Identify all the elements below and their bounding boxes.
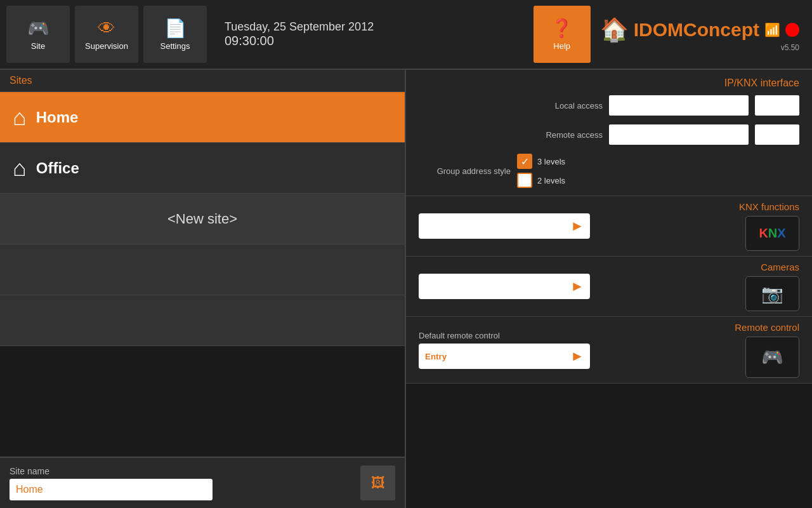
local-address-input[interactable] bbox=[609, 95, 749, 116]
settings-label: Settings bbox=[160, 41, 190, 51]
cameras-section: ► Cameras 📷 bbox=[406, 257, 812, 317]
site-name-new: <New site> bbox=[167, 211, 237, 227]
remote-title: Remote control bbox=[735, 322, 799, 333]
local-access-label: Local access bbox=[539, 101, 603, 110]
site-button[interactable]: 🎮 Site bbox=[6, 6, 70, 63]
knx-section: ► KNX functions K N X bbox=[406, 196, 812, 257]
site-item-new[interactable]: <New site> bbox=[0, 194, 405, 244]
sites-header: Sites bbox=[0, 70, 405, 92]
datetime-display: Tuesday, 25 September 2012 09:30:00 bbox=[212, 20, 534, 48]
local-port-input[interactable] bbox=[755, 95, 799, 116]
site-item-office[interactable]: ⌂ Office bbox=[0, 143, 405, 194]
version-label: v5.50 bbox=[781, 43, 799, 52]
knx-input-row: ► bbox=[419, 213, 730, 239]
camera-icon: 📷 bbox=[761, 283, 783, 304]
remote-access-row: Remote access bbox=[539, 124, 799, 145]
cameras-arrow-button[interactable]: ► bbox=[565, 274, 590, 299]
brand-idom: IDOM bbox=[634, 19, 683, 40]
remote-access-label: Remote access bbox=[539, 130, 603, 140]
site-logo-button[interactable]: 🖼 bbox=[360, 465, 395, 500]
home-icon: ⌂ bbox=[13, 104, 27, 131]
site-name-office: Office bbox=[36, 159, 79, 177]
brand-name: IDOMConcept bbox=[634, 19, 759, 41]
site-item-empty-1 bbox=[0, 244, 405, 295]
site-name-input[interactable] bbox=[10, 479, 213, 500]
site-item-home[interactable]: ⌂ Home bbox=[0, 92, 405, 143]
knx-n: N bbox=[768, 226, 777, 241]
cameras-input-area: ► bbox=[419, 274, 736, 299]
right-panel: IP/KNX interface Local access Remote acc… bbox=[406, 70, 812, 508]
cameras-title: Cameras bbox=[761, 262, 799, 272]
two-levels-checkbox[interactable] bbox=[517, 173, 532, 188]
cameras-right: Cameras 📷 bbox=[745, 262, 799, 311]
sites-list: ⌂ Home ⌂ Office <New site> bbox=[0, 92, 405, 457]
supervision-icon: 👁 bbox=[98, 18, 115, 39]
knx-arrow-button[interactable]: ► bbox=[565, 213, 590, 239]
remote-input-row: ► bbox=[419, 344, 725, 369]
site-label: Site bbox=[31, 41, 45, 51]
remote-arrow-button[interactable]: ► bbox=[565, 344, 590, 369]
help-button[interactable]: ❓ Help bbox=[534, 6, 591, 63]
remote-port-input[interactable] bbox=[755, 124, 799, 145]
supervision-button[interactable]: 👁 Supervision bbox=[75, 6, 138, 63]
two-levels-item[interactable]: 2 levels bbox=[517, 173, 565, 188]
remote-input-area: Default remote control ► bbox=[419, 331, 725, 369]
site-name-section: Site name 🖼 bbox=[0, 457, 405, 508]
top-bar: 🎮 Site 👁 Supervision 📄 Settings Tuesday,… bbox=[0, 0, 812, 70]
knx-right: KNX functions K N X bbox=[739, 201, 799, 251]
three-levels-item[interactable]: 3 levels bbox=[517, 154, 565, 169]
cameras-arrow-icon: ► bbox=[570, 278, 584, 295]
office-icon: ⌂ bbox=[13, 155, 27, 182]
help-icon: ❓ bbox=[551, 18, 573, 39]
group-address-row: Group address style 3 levels 2 levels bbox=[419, 154, 799, 188]
wifi-icon: 📶 bbox=[764, 22, 780, 37]
status-indicator bbox=[785, 23, 799, 37]
site-item-empty-2 bbox=[0, 295, 405, 346]
brand-concept: Concept bbox=[683, 19, 759, 40]
remote-icon-box: 🎮 bbox=[745, 337, 799, 378]
three-levels-checkbox[interactable] bbox=[517, 154, 532, 169]
time-text: 09:30:00 bbox=[225, 34, 534, 48]
remote-arrow-icon: ► bbox=[570, 348, 584, 364]
camera-icon-box: 📷 bbox=[745, 276, 799, 311]
knx-arrow-icon: ► bbox=[570, 218, 584, 234]
date-text: Tuesday, 25 September 2012 bbox=[225, 20, 534, 34]
remote-section: Default remote control ► Remote control … bbox=[406, 317, 812, 384]
main-area: Sites ⌂ Home ⌂ Office <New site> Site n bbox=[0, 70, 812, 508]
ip-knx-title: IP/KNX interface bbox=[419, 77, 799, 89]
checkbox-group: 3 levels 2 levels bbox=[517, 154, 565, 188]
remote-icon: 🎮 bbox=[761, 347, 783, 368]
two-levels-label: 2 levels bbox=[537, 176, 565, 185]
default-rc-label: Default remote control bbox=[419, 331, 725, 340]
remote-right: Remote control 🎮 bbox=[735, 322, 799, 378]
help-label: Help bbox=[553, 41, 570, 51]
remote-input[interactable] bbox=[419, 344, 565, 369]
knx-logo: K N X bbox=[745, 216, 799, 251]
knx-title: KNX functions bbox=[739, 201, 799, 212]
group-address-label: Group address style bbox=[419, 166, 511, 176]
local-access-row: Local access bbox=[539, 95, 799, 116]
logo-icon: 🖼 bbox=[371, 475, 385, 491]
knx-input[interactable] bbox=[419, 213, 565, 239]
knx-x: X bbox=[777, 226, 785, 241]
site-name-home: Home bbox=[36, 109, 79, 126]
supervision-label: Supervision bbox=[85, 41, 128, 51]
cameras-input[interactable] bbox=[419, 274, 565, 299]
remote-address-input[interactable] bbox=[609, 124, 749, 145]
ip-knx-section: IP/KNX interface Local access Remote acc… bbox=[406, 70, 812, 196]
settings-icon: 📄 bbox=[164, 18, 187, 39]
brand: 🏠 IDOMConcept 📶 v5.50 bbox=[600, 17, 799, 52]
three-levels-label: 3 levels bbox=[537, 157, 565, 166]
left-panel: Sites ⌂ Home ⌂ Office <New site> Site n bbox=[0, 70, 406, 508]
knx-input-area: ► bbox=[419, 213, 730, 239]
knx-k: K bbox=[759, 226, 768, 241]
settings-button[interactable]: 📄 Settings bbox=[143, 6, 207, 63]
site-name-label: Site name bbox=[10, 466, 354, 476]
site-icon: 🎮 bbox=[27, 18, 49, 39]
cameras-input-row: ► bbox=[419, 274, 736, 299]
